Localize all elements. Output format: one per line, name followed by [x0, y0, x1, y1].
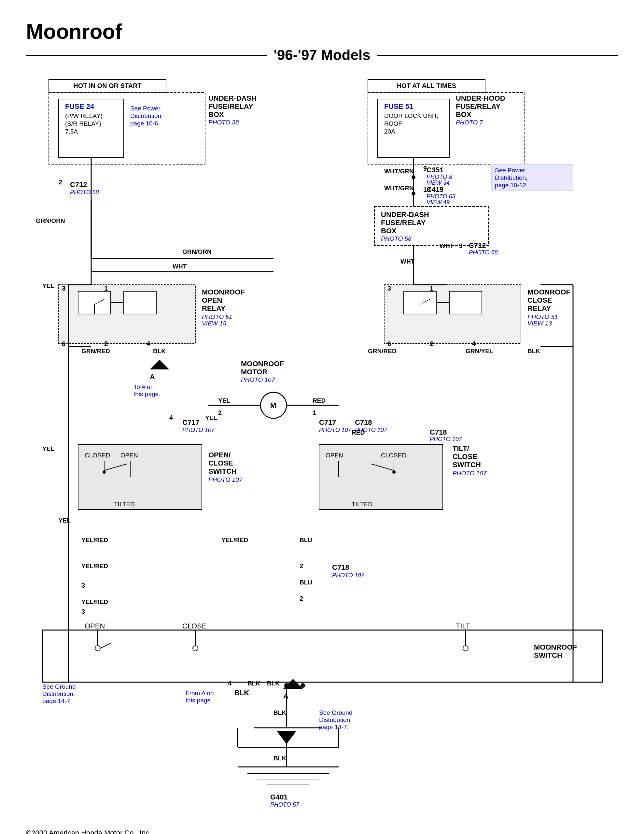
svg-text:MOONROOF: MOONROOF: [202, 288, 245, 296]
svg-text:1: 1: [430, 285, 433, 292]
svg-text:See Power: See Power: [495, 167, 526, 174]
svg-text:FUSE/RELAY: FUSE/RELAY: [208, 102, 253, 110]
svg-text:2: 2: [59, 179, 62, 186]
svg-text:ROOF: ROOF: [384, 120, 402, 127]
svg-text:To A on: To A on: [134, 383, 154, 390]
svg-text:FUSE 51: FUSE 51: [384, 102, 413, 110]
svg-text:OPEN/: OPEN/: [208, 451, 231, 459]
svg-text:7.5A: 7.5A: [65, 128, 78, 135]
svg-text:RELAY: RELAY: [202, 304, 226, 312]
svg-text:page 14-7.: page 14-7.: [319, 724, 349, 731]
svg-text:TILTED: TILTED: [352, 501, 373, 508]
svg-text:1: 1: [104, 285, 108, 292]
svg-text:1: 1: [313, 409, 316, 416]
svg-text:FUSE/RELAY: FUSE/RELAY: [381, 218, 426, 227]
svg-text:C712: C712: [469, 241, 486, 249]
svg-text:this page.: this page.: [186, 697, 212, 704]
svg-text:3: 3: [62, 285, 65, 292]
svg-text:C717: C717: [182, 418, 200, 427]
svg-text:SWITCH: SWITCH: [534, 651, 562, 659]
svg-text:YEL/RED: YEL/RED: [81, 598, 108, 605]
svg-text:4: 4: [228, 680, 232, 687]
svg-text:BLK: BLK: [267, 680, 280, 687]
svg-marker-105: [150, 360, 169, 369]
svg-text:FUSE 24: FUSE 24: [65, 102, 94, 110]
svg-text:C718: C718: [332, 563, 349, 571]
svg-text:VIEW 13: VIEW 13: [528, 320, 552, 327]
svg-marker-205: [277, 731, 296, 744]
svg-text:RELAY: RELAY: [528, 304, 551, 312]
svg-text:SWITCH: SWITCH: [453, 461, 481, 469]
svg-point-176: [95, 646, 100, 651]
svg-text:BLK: BLK: [234, 689, 249, 697]
svg-text:3: 3: [387, 285, 391, 292]
svg-text:PHOTO 58: PHOTO 58: [70, 189, 99, 196]
svg-text:C712: C712: [70, 181, 87, 189]
svg-text:OPEN: OPEN: [121, 452, 138, 459]
svg-text:GRN/RED: GRN/RED: [368, 348, 397, 354]
svg-text:C351: C351: [426, 166, 444, 174]
svg-text:page 10-12.: page 10-12.: [495, 182, 528, 189]
svg-text:CLOSED: CLOSED: [85, 452, 110, 459]
svg-point-134: [103, 470, 106, 474]
svg-text:See Ground: See Ground: [319, 709, 352, 716]
svg-text:CLOSE: CLOSE: [208, 459, 233, 467]
svg-text:3: 3: [459, 242, 463, 249]
svg-point-182: [463, 646, 468, 651]
svg-rect-87: [449, 291, 482, 314]
svg-text:MOONROOF: MOONROOF: [241, 360, 284, 368]
svg-text:PHOTO 51: PHOTO 51: [202, 314, 232, 320]
svg-text:2: 2: [104, 340, 108, 347]
svg-text:6: 6: [62, 340, 65, 347]
svg-text:PHOTO 58: PHOTO 58: [469, 249, 498, 256]
svg-text:GRN/ORN: GRN/ORN: [182, 248, 211, 255]
svg-text:4: 4: [472, 340, 476, 347]
svg-text:WHT: WHT: [439, 242, 454, 249]
svg-text:FUSE/RELAY: FUSE/RELAY: [456, 102, 501, 110]
svg-text:C718: C718: [355, 418, 372, 427]
svg-text:M: M: [270, 401, 276, 409]
svg-text:From A on: From A on: [186, 690, 214, 697]
svg-text:HOT AT ALL TIMES: HOT AT ALL TIMES: [397, 82, 456, 89]
svg-text:MOONROOF: MOONROOF: [534, 643, 577, 651]
svg-text:C717: C717: [319, 418, 336, 427]
svg-text:PHOTO 107: PHOTO 107: [453, 470, 487, 477]
svg-text:TILT: TILT: [456, 622, 470, 630]
svg-text:2: 2: [300, 562, 303, 569]
svg-text:DOOR LOCK UNIT,: DOOR LOCK UNIT,: [384, 112, 439, 119]
svg-text:VIEW 15: VIEW 15: [202, 320, 226, 327]
svg-text:CLOSED: CLOSED: [381, 452, 406, 459]
svg-text:BOX: BOX: [456, 110, 471, 119]
svg-point-179: [193, 646, 198, 651]
svg-text:PHOTO 51: PHOTO 51: [528, 314, 558, 320]
svg-text:3: 3: [81, 582, 85, 589]
svg-rect-70: [124, 291, 156, 314]
svg-text:TILTED: TILTED: [114, 501, 135, 508]
svg-text:See Ground: See Ground: [42, 683, 76, 690]
svg-text:G401: G401: [270, 793, 288, 801]
svg-text:PHOTO 107: PHOTO 107: [182, 427, 215, 433]
svg-text:HOT IN ON OR START: HOT IN ON OR START: [73, 82, 142, 89]
svg-text:Distribution,: Distribution,: [495, 174, 528, 181]
svg-text:A: A: [150, 373, 155, 381]
svg-text:BOX: BOX: [208, 110, 224, 119]
svg-text:TILT/: TILT/: [453, 444, 469, 453]
svg-text:MOTOR: MOTOR: [241, 368, 268, 376]
svg-text:PHOTO 107: PHOTO 107: [332, 572, 365, 579]
svg-text:BLU: BLU: [300, 579, 312, 586]
svg-text:PHOTO 63: PHOTO 63: [426, 193, 455, 200]
svg-text:2: 2: [430, 340, 433, 347]
svg-text:WHT/GRN: WHT/GRN: [384, 168, 414, 175]
svg-text:BLU: BLU: [300, 537, 312, 543]
footer: ©2000 American Honda Motor Co., Inc.: [26, 829, 618, 834]
svg-text:See Power: See Power: [130, 105, 161, 112]
svg-text:C718: C718: [430, 428, 447, 436]
svg-text:YEL: YEL: [218, 397, 230, 404]
section-title: '96-'97 Models: [267, 47, 377, 63]
svg-text:YEL/RED: YEL/RED: [81, 562, 108, 569]
svg-text:Distribution,: Distribution,: [319, 716, 352, 723]
svg-text:20A: 20A: [384, 128, 395, 135]
svg-text:WHT: WHT: [400, 258, 415, 265]
svg-text:UNDER-HOOD: UNDER-HOOD: [456, 94, 505, 102]
page-title: Moonroof: [26, 19, 618, 44]
